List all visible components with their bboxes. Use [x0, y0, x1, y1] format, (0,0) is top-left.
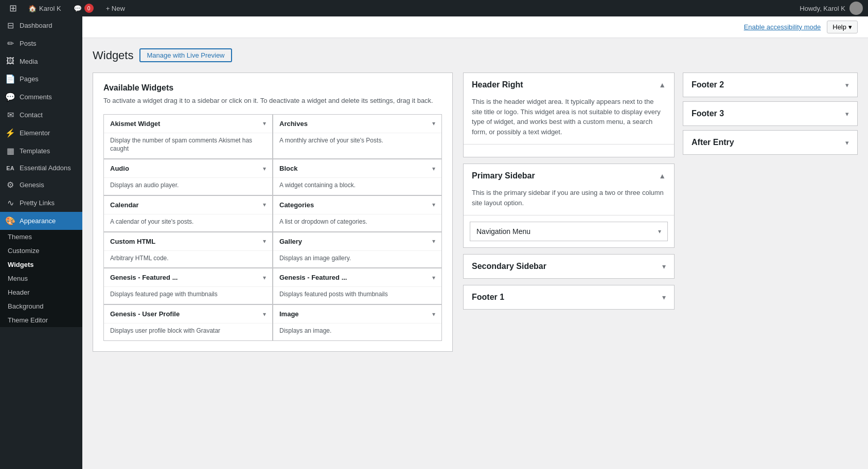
- sidebar-item-pages[interactable]: 📄 Pages: [0, 70, 82, 88]
- widget-gallery[interactable]: Gallery ▾ Displays an image gallery.: [273, 232, 442, 268]
- topbar: Enable accessibility mode Help ▾: [82, 16, 868, 38]
- available-widgets-title: Available Widgets: [103, 83, 442, 93]
- footer-2-area[interactable]: Footer 2 ▾: [683, 73, 858, 97]
- primary-sidebar-area: Primary Sidebar ▲ This is the primary si…: [463, 164, 675, 248]
- sidebar-item-customize[interactable]: Customize: [0, 244, 82, 258]
- comments-icon: 💬: [5, 92, 15, 102]
- placed-widget-nav-menu[interactable]: Navigation Menu ▾: [470, 222, 668, 241]
- sidebar-item-theme-editor[interactable]: Theme Editor: [0, 313, 82, 327]
- page-title: Widgets: [93, 49, 133, 62]
- chevron-down-icon: ▾: [845, 139, 849, 147]
- widget-calendar[interactable]: Calendar ▾ A calendar of your site's pos…: [103, 195, 273, 232]
- primary-sidebar-toggle[interactable]: Primary Sidebar ▲: [464, 164, 674, 188]
- templates-icon: ▦: [5, 146, 15, 156]
- chevron-down-icon: ▾: [263, 274, 266, 281]
- chevron-down-icon: ▾: [848, 23, 852, 31]
- footer-1-toggle[interactable]: Footer 1 ▾: [464, 285, 674, 309]
- sidebar-item-posts[interactable]: ✏ Posts: [0, 34, 82, 52]
- secondary-sidebar-toggle[interactable]: Secondary Sidebar ▾: [464, 255, 674, 278]
- avatar: [849, 2, 863, 15]
- main-content: Enable accessibility mode Help ▾ Widgets…: [82, 16, 868, 469]
- chevron-down-icon: ▾: [845, 81, 849, 89]
- header-right-content: [464, 145, 674, 157]
- chevron-down-icon: ▾: [662, 262, 666, 270]
- footer-3-area[interactable]: Footer 3 ▾: [683, 101, 858, 126]
- adminbar-site-link[interactable]: 🏠 Karol K: [23, 0, 66, 16]
- sidebar-item-widgets[interactable]: Widgets: [0, 258, 82, 272]
- appearance-submenu: Themes Customize Widgets Menus Header Ba…: [0, 230, 82, 327]
- sidebar-item-contact[interactable]: ✉ Contact: [0, 106, 82, 124]
- genesis-icon: ⚙: [5, 180, 15, 190]
- widget-akismet[interactable]: Akismet Widget ▾ Display the number of s…: [103, 114, 273, 159]
- footer-1-area: Footer 1 ▾: [463, 285, 675, 310]
- chevron-down-icon: ▾: [658, 228, 661, 235]
- widget-categories[interactable]: Categories ▾ A list or dropdown of categ…: [273, 195, 442, 232]
- sidebar-item-essential-addons[interactable]: EA Essential Addons: [0, 160, 82, 176]
- chevron-down-icon: ▾: [432, 165, 435, 172]
- sidebar-item-templates[interactable]: ▦ Templates: [0, 142, 82, 160]
- sidebar-item-dashboard[interactable]: ⊟ Dashboard: [0, 16, 82, 34]
- available-widgets-panel: Available Widgets To activate a widget d…: [93, 73, 453, 352]
- adminbar-new-link[interactable]: + New: [101, 0, 130, 16]
- sidebar-item-elementor[interactable]: ⚡ Elementor: [0, 124, 82, 142]
- chevron-down-icon: ▾: [263, 311, 266, 318]
- comment-icon: 💬: [74, 5, 82, 12]
- posts-icon: ✏: [5, 39, 15, 48]
- header-right-area: Header Right ▲ This is the header widget…: [463, 73, 675, 157]
- widget-genesis-user-profile[interactable]: Genesis - User Profile ▾ Displays user p…: [103, 304, 273, 341]
- after-entry-area[interactable]: After Entry ▾: [683, 130, 858, 155]
- chevron-down-icon: ▾: [263, 120, 266, 127]
- help-button[interactable]: Help ▾: [827, 21, 858, 33]
- header-right-desc: This is the header widget area. It typic…: [464, 97, 674, 145]
- sidebar-item-background[interactable]: Background: [0, 299, 82, 313]
- appearance-icon: 🎨: [5, 216, 15, 226]
- widget-audio[interactable]: Audio ▾ Displays an audio player.: [103, 159, 273, 195]
- chevron-down-icon: ▾: [432, 311, 435, 318]
- dashboard-icon: ⊟: [5, 21, 15, 30]
- sidebar-item-header[interactable]: Header: [0, 285, 82, 299]
- chevron-down-icon: ▾: [845, 110, 849, 118]
- live-preview-button[interactable]: Manage with Live Preview: [139, 48, 232, 62]
- elementor-icon: ⚡: [5, 128, 15, 138]
- widget-block[interactable]: Block ▾ A widget containing a block.: [273, 159, 442, 195]
- sidebar-item-appearance[interactable]: 🎨 Appearance: [0, 212, 82, 230]
- adminbar-comments-link[interactable]: 💬 0: [68, 0, 99, 16]
- widget-image[interactable]: Image ▾ Displays an image.: [273, 304, 442, 341]
- chevron-down-icon: ▾: [263, 238, 266, 245]
- header-right-toggle[interactable]: Header Right ▲: [464, 73, 674, 97]
- sidebar: ⊟ Dashboard ✏ Posts 🖼 Media 📄 Pages 💬 Co…: [0, 16, 82, 469]
- widget-genesis-featured-posts[interactable]: Genesis - Featured ... ▾ Displays featur…: [273, 268, 442, 304]
- chevron-down-icon: ▾: [432, 120, 435, 127]
- sidebar-item-themes[interactable]: Themes: [0, 230, 82, 244]
- sidebar-item-comments[interactable]: 💬 Comments: [0, 88, 82, 106]
- sidebar-item-genesis[interactable]: ⚙ Genesis: [0, 176, 82, 194]
- sidebar-item-pretty-links[interactable]: ∿ Pretty Links: [0, 194, 82, 212]
- adminbar-howdy: Howdy, Karol K: [800, 5, 845, 12]
- secondary-sidebar-area: Secondary Sidebar ▾: [463, 254, 675, 279]
- available-widgets-desc: To activate a widget drag it to a sideba…: [103, 96, 442, 106]
- ea-icon: EA: [5, 165, 15, 171]
- chevron-down-icon: ▾: [662, 293, 666, 301]
- admin-bar: ⊞ 🏠 Karol K 💬 0 + New Howdy, Karol K: [0, 0, 868, 16]
- primary-sidebar-content: Navigation Menu ▾: [464, 215, 674, 247]
- widget-custom-html[interactable]: Custom HTML ▾ Arbitrary HTML code.: [103, 232, 273, 268]
- accessibility-mode-link[interactable]: Enable accessibility mode: [744, 23, 821, 31]
- wp-logo-icon[interactable]: ⊞: [5, 3, 21, 14]
- collapse-icon: ▲: [659, 81, 666, 89]
- chevron-down-icon: ▾: [432, 201, 435, 208]
- media-icon: 🖼: [5, 57, 15, 66]
- collapse-icon: ▲: [659, 172, 666, 180]
- sidebar-item-menus[interactable]: Menus: [0, 272, 82, 285]
- chevron-down-icon: ▾: [263, 201, 266, 208]
- widget-genesis-featured-page[interactable]: Genesis - Featured ... ▾ Displays featur…: [103, 268, 273, 304]
- pages-icon: 📄: [5, 74, 15, 84]
- home-icon: 🏠: [28, 5, 37, 12]
- chevron-down-icon: ▾: [432, 274, 435, 281]
- chevron-down-icon: ▾: [432, 238, 435, 245]
- contact-icon: ✉: [5, 110, 15, 120]
- widget-archives[interactable]: Archives ▾ A monthly archive of your sit…: [273, 114, 442, 159]
- primary-sidebar-desc: This is the primary sidebar if you are u…: [464, 188, 674, 215]
- pretty-links-icon: ∿: [5, 198, 15, 208]
- chevron-down-icon: ▾: [263, 165, 266, 172]
- sidebar-item-media[interactable]: 🖼 Media: [0, 52, 82, 70]
